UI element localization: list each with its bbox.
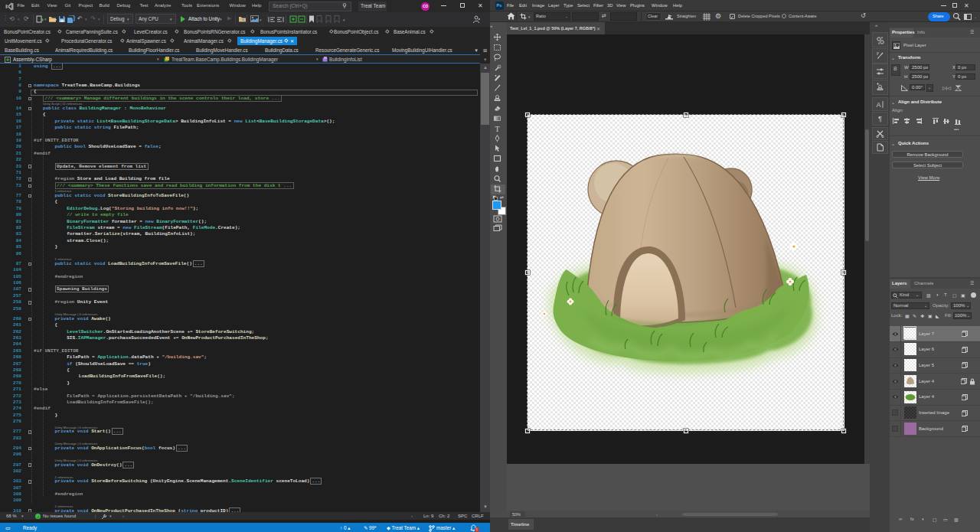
svg-text:¶: ¶: [878, 115, 882, 122]
svg-text:A: A: [876, 101, 880, 109]
svg-text:T: T: [495, 125, 499, 133]
